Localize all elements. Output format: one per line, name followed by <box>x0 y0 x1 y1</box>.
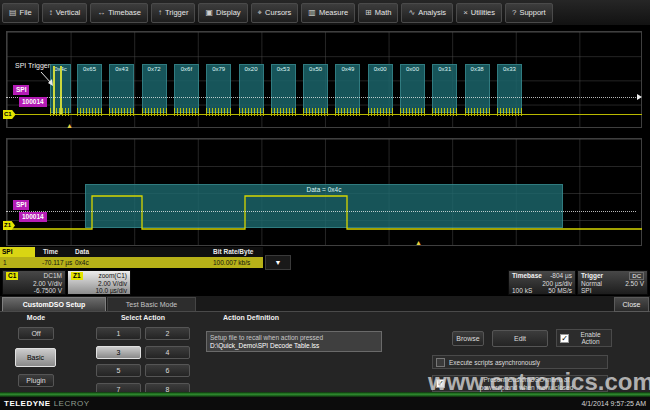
measure-icon: ▥ <box>308 8 316 17</box>
menu-button-label: Support <box>519 8 545 17</box>
menu-button-analysis[interactable]: ∿Analysis <box>401 3 453 23</box>
action-button-4[interactable]: 4 <box>145 346 190 359</box>
z1-source: zoom(C1) <box>98 272 127 280</box>
mode-section-title: Mode <box>8 314 64 321</box>
table-protocol-cell: SPI <box>0 247 35 257</box>
action-button-3[interactable]: 3 <box>96 346 141 359</box>
decode-frame: 0x33 <box>497 64 522 113</box>
z1-vdiv: 2.00 V/div <box>98 280 127 288</box>
col-data: Data <box>75 247 89 257</box>
cursors-icon: ⌖ <box>258 8 263 18</box>
decode-table-row[interactable]: 1 -70.117 µs 0x4c 100.007 kb/s <box>0 257 263 268</box>
trigger-title: Trigger <box>581 272 603 280</box>
col-bitrate: Bit Rate/Byte <box>213 247 253 257</box>
c1-trace-baseline <box>6 114 642 115</box>
enable-action-checkbox[interactable]: ✓ Enable Action <box>556 329 612 347</box>
c1-vdiv: 2.00 V/div <box>33 280 62 288</box>
menu-button-label: Utilities <box>471 8 495 17</box>
c1-descriptor-box[interactable]: C1 DC1M 2.00 V/div -6.7500 V <box>2 270 66 295</box>
decode-frame: 0x43 <box>109 64 134 113</box>
decoder-badge-spi: SPI <box>13 85 29 95</box>
mode-button-plugin[interactable]: Plugin <box>18 374 54 387</box>
menu-button-file[interactable]: ▤File <box>2 3 39 23</box>
menu-button-utilities[interactable]: ×Utilities <box>456 3 502 23</box>
mode-button-off[interactable]: Off <box>18 327 54 340</box>
math-icon: ⊞ <box>365 8 372 17</box>
menu-bar: ▤File↕Vertical↔Timebase↑Trigger▣Display⌖… <box>0 0 650 26</box>
brand-secondary: LECROY <box>54 399 90 408</box>
table-expand-button[interactable]: ▼ <box>265 255 291 270</box>
timebase-samples: 100 kS <box>512 287 532 295</box>
mode-button-basic[interactable]: Basic <box>15 348 56 367</box>
decode-frame: 0x53 <box>271 64 296 113</box>
support-icon: ? <box>512 8 516 17</box>
row-time: -70.117 µs <box>42 257 72 268</box>
action-button-5[interactable]: 5 <box>96 364 141 377</box>
row-bitrate: 100.007 kb/s <box>213 257 250 268</box>
trigger-level: 2.50 V <box>625 280 644 288</box>
decoder-badge-spi-zoom: SPI <box>13 200 29 210</box>
menu-button-label: Timebase <box>108 8 141 17</box>
decoder-badge-id-zoom: 100014 <box>19 212 47 222</box>
z1-waveform <box>6 190 642 248</box>
edit-button[interactable]: Edit <box>492 330 548 347</box>
menu-button-vertical[interactable]: ↕Vertical <box>42 3 88 23</box>
action-definition-section-title: Action Definition <box>205 314 297 321</box>
menu-button-measure[interactable]: ▥Measure <box>301 3 355 23</box>
enable-action-label: Enable Action <box>573 331 608 346</box>
checkbox-unchecked-icon <box>436 358 445 367</box>
decode-frame: 0x79 <box>206 64 231 113</box>
execute-scripts-checkbox[interactable]: Execute scripts asynchronously <box>432 355 608 369</box>
action-button-6[interactable]: 6 <box>145 364 190 377</box>
timebase-title: Timebase <box>512 272 542 280</box>
close-button[interactable]: Close <box>614 297 649 312</box>
vertical-arrows-icon: ↕ <box>49 8 53 17</box>
menu-button-math[interactable]: ⊞Math <box>358 3 398 23</box>
decode-frame: 0x50 <box>303 64 328 113</box>
col-time: Time <box>43 247 58 257</box>
z1-badge: Z1 <box>71 272 83 280</box>
decode-frame: 0x00 <box>368 64 393 113</box>
decode-frame: 0x38 <box>465 64 490 113</box>
utilities-icon: × <box>463 8 468 17</box>
menu-button-label: Display <box>216 8 241 17</box>
execute-scripts-label: Execute scripts asynchronously <box>449 359 540 366</box>
timebase-descriptor-box[interactable]: Timebase -804 µs 200 µs/div 100 kS 50 MS… <box>508 270 576 295</box>
timebase-delay: -804 µs <box>550 272 572 280</box>
select-action-section-title: Select Action <box>95 314 191 321</box>
setup-file-label: Setup file to recall when action pressed <box>210 334 378 342</box>
trigger-mode: Normal <box>581 280 602 288</box>
tab-customdso-setup[interactable]: CustomDSO Setup <box>2 297 106 311</box>
trigger-arrow-icon: ↑ <box>158 8 162 17</box>
setup-file-field[interactable]: Setup file to recall when action pressed… <box>206 331 382 352</box>
browse-button[interactable]: Browse <box>452 331 484 346</box>
menu-button-timebase[interactable]: ↔Timebase <box>90 3 148 23</box>
menu-button-label: Vertical <box>56 8 81 17</box>
menu-button-label: Analysis <box>418 8 446 17</box>
timebase-rate: 50 MS/s <box>548 287 572 295</box>
c1-coupling: DC1M <box>44 272 62 280</box>
menu-button-label: Measure <box>319 8 348 17</box>
footer-bar: TELEDYNELECROY 4/1/2014 9:57:25 AM <box>0 397 650 410</box>
annotation-arrow-icon <box>38 70 60 90</box>
menu-button-support[interactable]: ?Support <box>505 3 553 23</box>
menu-button-display[interactable]: ▣Display <box>198 3 247 23</box>
tab-test-basic-mode[interactable]: Test Basic Mode <box>107 297 196 311</box>
menu-button-trigger[interactable]: ↑Trigger <box>151 3 195 23</box>
decode-frame: 0x72 <box>142 64 167 113</box>
display-icon: ▣ <box>205 8 213 17</box>
z1-descriptor-box[interactable]: Z1 zoom(C1) 2.00 V/div 10.0 µs/div <box>67 270 131 295</box>
c1-offset: -6.7500 V <box>34 287 62 295</box>
trigger-descriptor-box[interactable]: Trigger DC Normal 2.50 V SPI <box>577 270 648 295</box>
action-button-1[interactable]: 1 <box>96 327 141 340</box>
analysis-icon: ∿ <box>408 8 415 17</box>
datetime: 4/1/2014 9:57:25 AM <box>581 400 646 407</box>
trigger-pulse <box>60 66 62 115</box>
menu-button-cursors[interactable]: ⌖Cursors <box>251 3 299 23</box>
horizontal-arrows-icon: ↔ <box>97 8 105 17</box>
oscilloscope-screen: ▤File↕Vertical↔Timebase↑Trigger▣Display⌖… <box>0 0 650 410</box>
brand-logo: TELEDYNELECROY <box>4 399 90 408</box>
trigger-level-arrow-icon <box>637 94 642 100</box>
action-button-2[interactable]: 2 <box>145 327 190 340</box>
c1-badge: C1 <box>6 272 18 280</box>
